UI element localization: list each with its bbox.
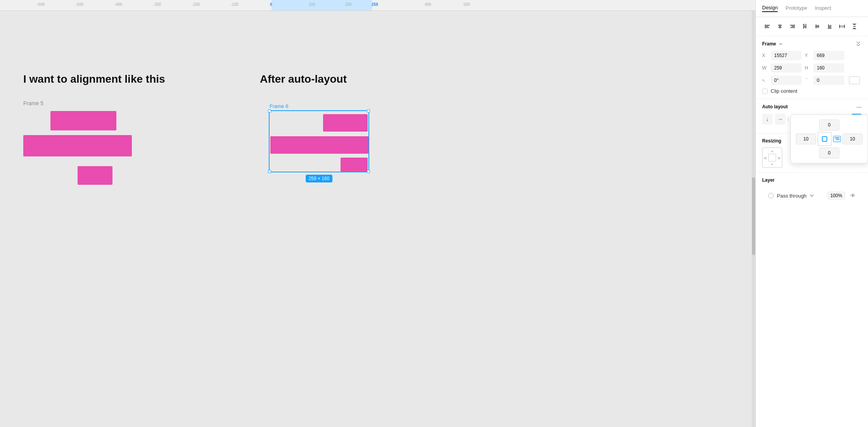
- al-right-align-icon[interactable]: [833, 136, 841, 142]
- svg-rect-19: [815, 26, 820, 27]
- svg-rect-26: [844, 25, 844, 28]
- w-label: W: [762, 65, 768, 71]
- frame-section-title: Frame: [762, 41, 776, 47]
- pink-rect-1: [50, 111, 116, 130]
- al-direction-right-btn[interactable]: →: [775, 114, 785, 125]
- svg-rect-31: [853, 28, 856, 29]
- align-right-btn[interactable]: [787, 21, 798, 32]
- frame-collapse-icon[interactable]: [856, 41, 862, 47]
- align-left-btn[interactable]: [762, 21, 773, 32]
- ruler-mark-400: -400: [114, 2, 122, 7]
- h-input[interactable]: [813, 63, 844, 73]
- resize-arrow-bottom: ▼: [770, 162, 774, 167]
- padding-top-input[interactable]: [819, 120, 839, 130]
- passthrough-label[interactable]: Pass through: [777, 193, 807, 199]
- svg-rect-12: [803, 24, 804, 29]
- visibility-icon[interactable]: 👁: [850, 193, 856, 199]
- resize-icon: [849, 76, 860, 84]
- passthrough-row: Pass through 👁: [762, 187, 862, 205]
- frame6-rect-2: [270, 136, 368, 154]
- alignment-tools: [756, 17, 868, 36]
- ruler: -600 -500 -400 -300 -200 -100 0 100 200 …: [0, 0, 756, 11]
- distribute-h-btn[interactable]: [837, 21, 847, 32]
- autolayout-minus-icon[interactable]: —: [856, 104, 862, 110]
- svg-rect-25: [842, 25, 842, 28]
- align-bottom-btn[interactable]: [824, 21, 835, 32]
- frame5-label: Frame 5: [23, 100, 43, 106]
- svg-rect-14: [806, 25, 806, 28]
- w-input[interactable]: [771, 63, 802, 73]
- svg-rect-7: [780, 24, 780, 29]
- ruler-mark-500-pos: 500: [463, 2, 470, 7]
- align-middle-btn[interactable]: [812, 21, 823, 32]
- scrollbar-thumb[interactable]: [752, 177, 755, 255]
- handle-tr[interactable]: [367, 109, 370, 113]
- passthrough-dropdown-icon[interactable]: [810, 194, 814, 197]
- tab-design[interactable]: Design: [762, 5, 778, 12]
- svg-rect-22: [830, 25, 831, 28]
- canvas: -600 -500 -400 -300 -200 -100 0 100 200 …: [0, 0, 756, 427]
- opacity-input[interactable]: [827, 191, 846, 200]
- frame6-rect-3: [341, 158, 368, 172]
- ruler-mark-100: -100: [231, 2, 239, 7]
- frame6-rect-1: [323, 114, 368, 132]
- svg-rect-45: [822, 137, 827, 141]
- align-top-btn[interactable]: [799, 21, 810, 32]
- al-direction-down-btn[interactable]: ↓: [762, 114, 773, 125]
- autolayout-section: Auto layout — ↓ → |: [756, 99, 868, 134]
- padding-popup: [790, 115, 868, 163]
- x-label: X: [762, 53, 768, 58]
- handle-tl[interactable]: [268, 109, 271, 113]
- resizing-box-inner: [768, 154, 776, 161]
- svg-rect-33: [852, 29, 856, 29]
- radius-input[interactable]: [813, 76, 844, 85]
- left-canvas-label: I want to alignment like this: [23, 73, 165, 85]
- padding-right-input[interactable]: [842, 134, 863, 144]
- layer-title: Layer: [762, 177, 775, 183]
- svg-rect-46: [835, 137, 839, 138]
- ruler-mark-400-pos: 400: [425, 2, 431, 7]
- handle-bl[interactable]: [268, 170, 271, 173]
- pink-rect-2: [23, 135, 132, 156]
- svg-rect-10: [790, 27, 794, 28]
- ruler-mark-500: -500: [76, 2, 83, 7]
- y-label: Y: [805, 53, 810, 58]
- padding-bottom-input[interactable]: [819, 148, 839, 158]
- ruler-mark-200: -200: [192, 2, 200, 7]
- svg-rect-15: [803, 24, 807, 24]
- autolayout-title: Auto layout: [762, 104, 788, 109]
- tab-inspect[interactable]: Inspect: [815, 5, 831, 12]
- frame-dropdown-icon[interactable]: [778, 42, 783, 46]
- svg-rect-11: [794, 24, 795, 28]
- svg-rect-1: [765, 26, 768, 27]
- handle-br[interactable]: [367, 170, 370, 173]
- tab-prototype[interactable]: Prototype: [785, 5, 807, 12]
- svg-rect-9: [792, 26, 794, 27]
- align-center-h-btn[interactable]: [775, 21, 785, 32]
- ruler-mark-600: -600: [37, 2, 45, 7]
- canvas-content: I want to alignment like this Frame 5 Af…: [0, 11, 756, 427]
- resizing-box: ▲ ▼ ◀ ▶: [762, 148, 782, 168]
- ruler-mark-100-pos: 100: [309, 2, 315, 7]
- ruler-mark-300: -300: [153, 2, 161, 7]
- svg-rect-2: [765, 27, 769, 28]
- svg-rect-27: [839, 24, 840, 28]
- size-badge: 259 × 160: [306, 175, 333, 182]
- ruler-mark-0: 0: [270, 2, 272, 7]
- svg-rect-0: [765, 25, 770, 26]
- svg-rect-32: [852, 24, 856, 24]
- al-separator: |: [788, 116, 789, 122]
- frame6-container[interactable]: Frame 6 259 × 160: [269, 110, 369, 172]
- resizing-title: Resizing: [762, 138, 781, 144]
- y-input[interactable]: [813, 51, 844, 60]
- svg-rect-29: [853, 24, 856, 25]
- x-input[interactable]: [771, 51, 802, 60]
- distribute-v-btn[interactable]: [849, 21, 860, 32]
- ruler-mark-200-pos: 200: [345, 2, 352, 7]
- canvas-scrollbar[interactable]: [752, 11, 756, 427]
- clip-content-checkbox[interactable]: [762, 89, 768, 94]
- rotation-input[interactable]: [771, 76, 802, 85]
- resize-arrow-top: ▲: [770, 149, 774, 153]
- padding-left-input[interactable]: [796, 134, 816, 144]
- resize-arrow-right: ▶: [778, 156, 781, 160]
